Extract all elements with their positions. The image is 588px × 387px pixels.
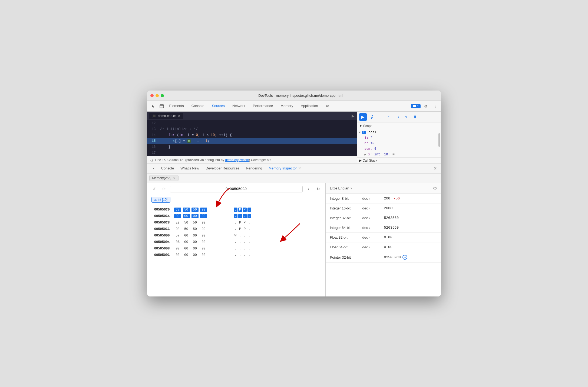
step-into-button[interactable]: ↓: [376, 113, 384, 121]
di-format-int64[interactable]: dec ∨: [362, 226, 384, 230]
file-icon: ⬛: [152, 114, 156, 118]
source-nav-icon[interactable]: ▶: [352, 114, 355, 118]
di-format-float64[interactable]: dec ∨: [362, 245, 384, 249]
hex-byte: 50: [183, 227, 190, 231]
code-line-16: 16 }: [147, 144, 357, 150]
scope-content: ▼ Scope ▼ L Local i: 2 n: 10: [357, 122, 441, 164]
hex-ascii: . . . .: [234, 240, 251, 244]
resume-button[interactable]: ▶: [359, 113, 367, 121]
hex-byte: E0: [174, 221, 181, 225]
close-all-icon[interactable]: ✕: [431, 166, 439, 171]
hex-addr: 005050C8: [147, 221, 174, 225]
memory256-tab[interactable]: Memory(256) ✕: [149, 175, 179, 181]
bottom-tab-more[interactable]: ⋮: [149, 166, 158, 171]
hex-byte: 50: [191, 221, 199, 225]
endian-selector[interactable]: Little Endian ∨: [330, 186, 352, 190]
maximize-button[interactable]: [161, 94, 164, 97]
nav-next-btn[interactable]: ›: [305, 185, 312, 193]
forward-button[interactable]: ⟳: [160, 185, 168, 193]
hex-byte: 00: [200, 233, 207, 238]
tab-performance[interactable]: Performance: [249, 101, 277, 111]
hex-byte: 00: [174, 246, 181, 251]
hex-row-dc: 005050DC 00 00 00 00 . .: [147, 252, 325, 258]
di-type-float32: Float 32-bit: [330, 235, 362, 239]
bottom-tabs: ⋮ Console What's New Developer Resources…: [147, 164, 441, 174]
hex-content: 005050C0 C8 50 50 00 . P: [147, 204, 325, 296]
tab-network[interactable]: Network: [229, 101, 249, 111]
tab-devresources[interactable]: Developer Resources: [202, 164, 243, 173]
tab-memoryinspector[interactable]: Memory Inspector ✕: [265, 164, 304, 173]
address-input[interactable]: [170, 186, 303, 192]
bottom-panel: ⋮ Console What's New Developer Resources…: [147, 164, 441, 296]
di-header: Little Endian ∨ ⚙: [326, 183, 441, 194]
close-button[interactable]: [150, 94, 154, 97]
tab-rendering[interactable]: Rendering: [243, 164, 265, 173]
tab-memoryinspector-close[interactable]: ✕: [298, 166, 301, 170]
hex-byte: 50: [191, 208, 199, 212]
step-over-button[interactable]: [368, 113, 375, 121]
code-line-12: 12: [147, 120, 357, 126]
source-tab-close[interactable]: ✕: [178, 114, 180, 118]
memory-chip-icon[interactable]: ⊞: [393, 152, 395, 156]
hex-char: .: [247, 240, 251, 244]
call-stack-label: Call Stack: [363, 159, 377, 162]
debug-toolbar: ▶ ↓ ↑ ⇢ ✎ ⏸: [357, 112, 441, 122]
scope-var-x[interactable]: ▶ x: int [10] ⊞: [357, 152, 441, 157]
di-format-float32[interactable]: dec ∨: [362, 235, 384, 239]
minimize-button[interactable]: [156, 94, 159, 97]
settings-icon[interactable]: ⚙: [422, 102, 430, 110]
hex-addr: 005050DC: [147, 253, 174, 257]
source-tab-democpp[interactable]: ⬛ demo-cpp.cc ✕: [149, 113, 183, 119]
scrollbar-thumb: [438, 133, 440, 147]
di-settings-icon[interactable]: ⚙: [433, 186, 437, 191]
di-format-int8[interactable]: dec ∨: [362, 196, 384, 201]
toolbar-left: [149, 102, 166, 110]
svg-rect-0: [160, 105, 164, 108]
scope-header: ▼ Scope: [357, 122, 441, 129]
scope-local-header[interactable]: ▼ L Local: [357, 129, 441, 135]
hex-char: .: [234, 227, 237, 231]
pause-button[interactable]: ⏸: [411, 113, 419, 121]
back-button[interactable]: ↺: [150, 185, 158, 193]
tab-whatsnew[interactable]: What's New: [177, 164, 202, 173]
tab-more[interactable]: ≫: [322, 101, 333, 111]
step-out-button[interactable]: ↑: [385, 113, 393, 121]
hex-char: .: [234, 253, 237, 257]
line-num: 17: [147, 150, 159, 156]
hex-ascii: W . . .: [234, 233, 251, 238]
di-value-float64: 0.00: [384, 245, 437, 249]
tab-console[interactable]: Console: [188, 101, 208, 111]
format-chevron: ∨: [369, 197, 371, 200]
tab-sources[interactable]: Sources: [208, 101, 229, 111]
di-format-int16[interactable]: dec ∨: [362, 206, 384, 210]
wasm-link[interactable]: demo-cpp.wasm: [225, 158, 249, 162]
hex-char: .: [238, 214, 242, 218]
hex-ascii: . . . .: [234, 214, 251, 218]
step-button[interactable]: ⇢: [394, 113, 401, 121]
hex-byte: C8: [174, 208, 181, 212]
memory-tag[interactable]: x: int [10]: [151, 197, 171, 203]
tab-application[interactable]: Application: [297, 101, 322, 111]
hex-ascii: . P P .: [234, 221, 251, 225]
call-stack-header[interactable]: ▶ Call Stack: [357, 157, 441, 164]
memory256-close[interactable]: ✕: [173, 176, 176, 180]
code-line-17: 17: [147, 150, 357, 156]
menu-icon[interactable]: ⋮: [431, 102, 439, 110]
chat-badge[interactable]: 1: [411, 104, 420, 108]
pointer-navigate-button[interactable]: →: [402, 255, 407, 260]
code-area[interactable]: 12 13 /* initialize x */ 14 for (int i =…: [147, 120, 357, 156]
red-arrow-1: [212, 187, 231, 210]
tab-memory[interactable]: Memory: [277, 101, 297, 111]
hex-byte: 00: [174, 253, 181, 257]
di-row-float32: Float 32-bit dec ∨ 0.00: [326, 233, 441, 242]
di-format-int32[interactable]: dec ∨: [362, 216, 384, 220]
di-value-ptr32: 0x5050C8 →: [384, 255, 437, 260]
tab-console-bottom[interactable]: Console: [158, 164, 177, 173]
local-triangle: ▼: [359, 131, 361, 134]
deactivate-button[interactable]: ✎: [402, 113, 410, 121]
cursor-icon[interactable]: [149, 102, 157, 110]
format-chevron: ∨: [369, 246, 371, 249]
refresh-button[interactable]: ↻: [315, 185, 322, 193]
tab-elements[interactable]: Elements: [166, 101, 188, 111]
dock-icon[interactable]: [158, 102, 166, 110]
